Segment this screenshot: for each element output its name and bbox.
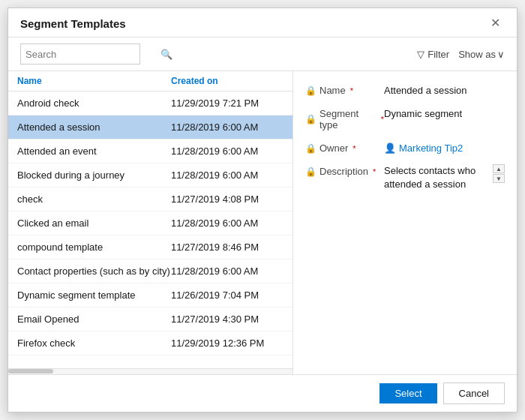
list-row-date: 11/27/2019 4:30 PM — [171, 314, 284, 325]
cancel-button[interactable]: Cancel — [443, 382, 505, 404]
list-row-date: 11/28/2019 6:00 AM — [171, 122, 284, 133]
list-row[interactable]: check11/27/2019 4:08 PM — [8, 188, 292, 212]
list-row[interactable]: Contact properties (such as by city)11/2… — [8, 260, 292, 284]
list-row-date: 11/28/2019 6:00 AM — [171, 266, 284, 277]
close-button[interactable]: ✕ — [486, 16, 505, 31]
list-row[interactable]: Dynamic segment template11/26/2019 7:04 … — [8, 284, 292, 308]
header-name[interactable]: Name — [17, 76, 171, 86]
list-row-date: 11/28/2019 6:00 AM — [171, 218, 284, 229]
required-star-description: * — [373, 167, 376, 176]
description-scroll-buttons: ▲ ▼ — [493, 164, 505, 183]
detail-row-owner: 🔒 Owner * 👤 Marketing Tip2 — [305, 141, 505, 154]
list-row-name: Attended an event — [17, 146, 171, 157]
required-star-name: * — [350, 86, 353, 95]
list-row-name: Attended a session — [17, 122, 171, 133]
filter-label: Filter — [428, 49, 449, 60]
filter-button[interactable]: ▽ Filter — [417, 49, 449, 60]
select-button[interactable]: Select — [380, 383, 436, 404]
description-scroll-up[interactable]: ▲ — [493, 164, 505, 173]
lock-icon-name: 🔒 — [305, 86, 316, 96]
list-row[interactable]: Firefox check11/29/2019 12:36 PM — [8, 332, 292, 356]
horizontal-scrollbar[interactable] — [8, 368, 292, 374]
list-row[interactable]: Blocked during a journey11/28/2019 6:00 … — [8, 164, 292, 188]
list-row-name: Android check — [17, 98, 171, 109]
dialog-title: Segment Templates — [20, 17, 126, 30]
main-content: Name Created on Android check11/29/2019 … — [8, 71, 517, 374]
list-row-name: check — [17, 194, 171, 205]
scrollbar-thumb — [8, 369, 53, 374]
filter-icon: ▽ — [417, 49, 424, 60]
list-row-date: 11/29/2019 12:36 PM — [171, 338, 284, 349]
lock-icon-description: 🔒 — [305, 166, 316, 177]
list-body: Android check11/29/2019 7:21 PMAttended … — [8, 92, 292, 368]
search-input[interactable] — [21, 47, 156, 62]
list-row-name: Blocked during a journey — [17, 170, 171, 181]
footer: Select Cancel — [8, 374, 517, 412]
detail-label-segment-type-text: Segment type — [320, 108, 376, 130]
show-as-chevron-icon: ∨ — [497, 49, 505, 60]
list-row-date: 11/28/2019 6:00 AM — [171, 146, 284, 157]
detail-panel: 🔒 Name * Attended a session 🔒 Segment ty… — [293, 71, 517, 374]
detail-label-description: 🔒 Description * — [305, 164, 384, 177]
list-row-name: compound template — [17, 242, 171, 253]
detail-row-name: 🔒 Name * Attended a session — [305, 83, 505, 96]
detail-row-segment-type: 🔒 Segment type * Dynamic segment — [305, 106, 505, 130]
required-star-owner: * — [352, 144, 356, 153]
search-icon-button[interactable]: 🔍 — [156, 49, 177, 60]
detail-value-segment-type: Dynamic segment — [384, 106, 505, 119]
toolbar-right: ▽ Filter Show as ∨ — [417, 49, 505, 60]
detail-label-owner-text: Owner — [320, 142, 348, 154]
list-row-date: 11/28/2019 6:00 AM — [171, 170, 284, 181]
list-row[interactable]: Clicked an email11/28/2019 6:00 AM — [8, 212, 292, 236]
list-row-date: 11/27/2019 4:08 PM — [171, 194, 284, 205]
list-row[interactable]: compound template11/27/2019 8:46 PM — [8, 236, 292, 260]
list-row[interactable]: Attended an event11/28/2019 6:00 AM — [8, 140, 292, 164]
list-row-name: Firefox check — [17, 338, 171, 349]
title-bar: Segment Templates ✕ — [8, 8, 517, 38]
list-row-name: Contact properties (such as by city) — [17, 266, 171, 277]
person-icon: 👤 — [384, 142, 396, 154]
detail-description-wrapper: Selects contacts who attended a session … — [384, 164, 505, 191]
show-as-label: Show as — [458, 49, 496, 60]
segment-templates-dialog: Segment Templates ✕ 🔍 ▽ Filter Show as ∨… — [8, 8, 518, 412]
detail-label-segment-type: 🔒 Segment type * — [305, 106, 384, 130]
list-row-name: Clicked an email — [17, 218, 171, 229]
list-row[interactable]: Email Opened11/27/2019 4:30 PM — [8, 308, 292, 332]
detail-label-description-text: Description — [320, 166, 368, 177]
list-row-date: 11/27/2019 8:46 PM — [171, 242, 284, 253]
detail-value-description: Selects contacts who attended a session — [384, 164, 490, 191]
lock-icon-owner: 🔒 — [305, 143, 316, 154]
list-header: Name Created on — [8, 71, 292, 92]
detail-value-name: Attended a session — [384, 83, 505, 96]
detail-label-owner: 🔒 Owner * — [305, 141, 384, 154]
toolbar: 🔍 ▽ Filter Show as ∨ — [8, 38, 517, 71]
list-row-name: Dynamic segment template — [17, 290, 171, 301]
list-row-date: 11/26/2019 7:04 PM — [171, 290, 284, 301]
list-row-name: Email Opened — [17, 314, 171, 325]
show-as-button[interactable]: Show as ∨ — [458, 49, 505, 60]
list-row[interactable]: Android check11/29/2019 7:21 PM — [8, 92, 292, 116]
detail-label-name: 🔒 Name * — [305, 83, 384, 96]
owner-name-link: Marketing Tip2 — [399, 142, 463, 154]
header-created-on[interactable]: Created on — [171, 76, 284, 86]
lock-icon-segment-type: 🔒 — [305, 114, 316, 124]
detail-value-owner[interactable]: 👤 Marketing Tip2 — [384, 141, 505, 154]
list-panel: Name Created on Android check11/29/2019 … — [8, 71, 293, 374]
detail-row-description: 🔒 Description * Selects contacts who att… — [305, 164, 505, 191]
description-scroll-down[interactable]: ▼ — [493, 174, 505, 183]
list-row-date: 11/29/2019 7:21 PM — [171, 98, 284, 109]
search-box: 🔍 — [20, 44, 140, 64]
list-row[interactable]: Attended a session11/28/2019 6:00 AM — [8, 116, 292, 140]
detail-label-name-text: Name — [320, 85, 346, 96]
